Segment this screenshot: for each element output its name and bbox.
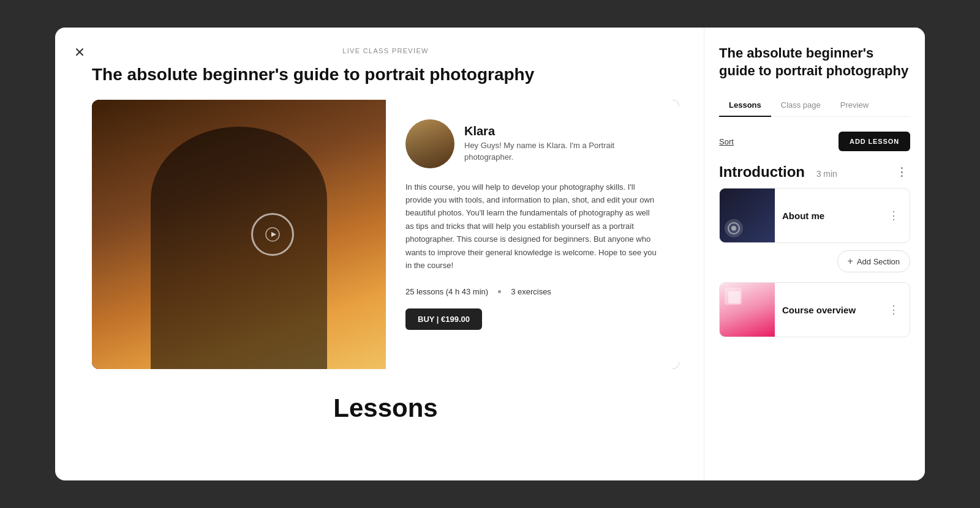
lesson-content-course-overview: Course overview ⋮ bbox=[775, 283, 910, 337]
live-class-label: LIVE CLASS PREVIEW bbox=[92, 47, 679, 54]
add-section-plus-icon: + bbox=[848, 256, 853, 267]
lessons-heading: Lessons bbox=[92, 394, 679, 423]
tab-lessons[interactable]: Lessons bbox=[719, 94, 771, 117]
lessons-meta: 25 lessons (4 h 43 min) bbox=[405, 287, 488, 296]
lesson-thumbnail-course-overview bbox=[720, 283, 775, 337]
modal: LIVE CLASS PREVIEW The absolute beginner… bbox=[55, 28, 925, 480]
lesson-name-about-me: About me bbox=[782, 211, 824, 221]
lesson-card-course-overview: Course overview ⋮ bbox=[719, 282, 910, 337]
tab-preview[interactable]: Preview bbox=[831, 94, 878, 117]
tabs-row: Lessons Class page Preview bbox=[719, 94, 910, 117]
instructor-row: Klara Hey Guys! My name is Klara. I'm a … bbox=[405, 119, 660, 168]
tab-class-page[interactable]: Class page bbox=[771, 94, 831, 117]
main-title: The absolute beginner's guide to portrai… bbox=[92, 64, 679, 85]
buy-button[interactable]: BUY | €199.00 bbox=[405, 308, 482, 330]
instructor-name: Klara bbox=[464, 124, 660, 138]
close-button[interactable] bbox=[70, 42, 89, 62]
lesson-content-about-me: About me ⋮ bbox=[775, 189, 910, 242]
exercises-meta: 3 exercises bbox=[511, 287, 551, 296]
lesson-card-about-me: About me ⋮ bbox=[719, 188, 910, 243]
section-more-icon[interactable]: ⋮ bbox=[893, 163, 910, 181]
play-circle-icon bbox=[251, 213, 294, 256]
right-title: The absolute beginner's guide to portrai… bbox=[719, 45, 910, 80]
add-section-label: Add Section bbox=[857, 257, 900, 266]
section-badge: 3 min bbox=[816, 169, 837, 179]
controls-row: Sort ADD LESSON bbox=[719, 132, 910, 151]
section-title-text: Introduction 3 min bbox=[719, 163, 837, 181]
svg-marker-3 bbox=[271, 232, 276, 237]
left-panel: LIVE CLASS PREVIEW The absolute beginner… bbox=[55, 28, 704, 480]
meta-row: 25 lessons (4 h 43 min) 3 exercises bbox=[405, 287, 660, 296]
hero-info: Klara Hey Guys! My name is Klara. I'm a … bbox=[386, 100, 679, 369]
lesson-more-course-overview[interactable]: ⋮ bbox=[885, 301, 902, 318]
add-section-container: + Add Section bbox=[719, 250, 910, 272]
section-header: Introduction 3 min ⋮ bbox=[719, 163, 910, 181]
right-panel: The absolute beginner's guide to portrai… bbox=[704, 28, 925, 480]
add-section-button[interactable]: + Add Section bbox=[837, 250, 910, 272]
avatar bbox=[405, 119, 454, 168]
sort-button[interactable]: Sort bbox=[719, 137, 734, 146]
course-description: In this course, you will help to develop… bbox=[405, 181, 660, 272]
instructor-info: Klara Hey Guys! My name is Klara. I'm a … bbox=[464, 124, 660, 163]
hero-image: Klara Hey Guys! My name is Klara. I'm a … bbox=[92, 100, 679, 369]
lesson-more-about-me[interactable]: ⋮ bbox=[885, 207, 902, 224]
meta-separator bbox=[498, 290, 501, 293]
instructor-bio: Hey Guys! My name is Klara. I'm a Portra… bbox=[464, 140, 660, 163]
lesson-name-course-overview: Course overview bbox=[782, 305, 856, 315]
add-lesson-button[interactable]: ADD LESSON bbox=[839, 132, 910, 151]
hero-photo bbox=[92, 100, 386, 369]
lesson-thumbnail-about-me bbox=[720, 189, 775, 242]
